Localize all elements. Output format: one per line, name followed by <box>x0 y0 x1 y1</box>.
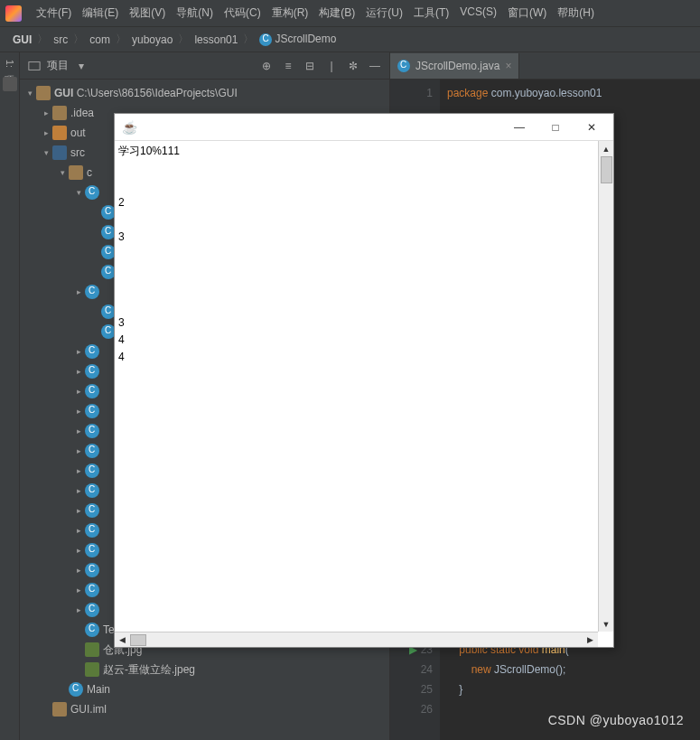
class-icon <box>85 543 99 557</box>
tree-row[interactable]: 赵云-重做立绘.jpeg <box>20 660 389 679</box>
class-icon <box>85 344 99 359</box>
hide-icon[interactable]: — <box>368 59 382 73</box>
class-icon <box>85 523 99 538</box>
settings-icon[interactable]: ✼ <box>346 59 360 73</box>
tree-label: GUI.iml <box>70 703 107 716</box>
tree-root[interactable]: GUI C:\Users\86156\IdeaProjects\GUI <box>20 83 389 103</box>
crumb[interactable]: yuboyao <box>128 32 176 48</box>
tree-label: src <box>70 146 85 159</box>
menu-item[interactable]: 导航(N) <box>171 2 219 24</box>
folder-icon <box>52 106 67 120</box>
collapse-icon[interactable]: ⊟ <box>303 59 317 73</box>
img-icon <box>85 662 99 677</box>
tree-row[interactable]: GUI.iml <box>20 699 389 719</box>
breadcrumb-bar: GUI 〉 src 〉 com 〉 yuboyao 〉 lesson01 〉 J… <box>0 27 700 52</box>
structure-tool-icon[interactable] <box>3 77 17 91</box>
crumb[interactable]: src <box>50 32 71 48</box>
tree-label: out <box>70 126 86 139</box>
scroll-left-icon[interactable]: ◀ <box>115 632 130 647</box>
scroll-thumb[interactable] <box>130 634 146 646</box>
scroll-right-icon[interactable]: ▶ <box>583 632 598 647</box>
crumb[interactable]: lesson01 <box>191 32 241 48</box>
menu-bar: 文件(F)编辑(E)视图(V)导航(N)代码(C)重构(R)构建(B)运行(U)… <box>0 0 700 27</box>
menu-item[interactable]: VCS(S) <box>454 2 502 24</box>
divider-icon: | <box>324 59 339 73</box>
close-icon[interactable]: × <box>505 60 511 72</box>
class-icon <box>85 424 99 438</box>
scroll-thumb[interactable] <box>601 156 612 183</box>
menu-item[interactable]: 窗口(W) <box>502 2 552 24</box>
tree-label: Main <box>87 683 110 696</box>
menu-item[interactable]: 文件(F) <box>31 2 77 24</box>
close-button[interactable]: ✕ <box>574 115 610 140</box>
class-icon <box>85 583 99 597</box>
class-icon <box>69 682 83 697</box>
scroll-down-icon[interactable]: ▼ <box>599 616 613 632</box>
svg-rect-0 <box>29 61 40 70</box>
tree-label: c <box>87 166 92 179</box>
window-titlebar[interactable]: — □ ✕ <box>115 114 613 141</box>
folder-orange-icon <box>52 126 67 140</box>
minimize-button[interactable]: — <box>501 115 537 140</box>
textarea[interactable]: 学习10%111 2 3 344 <box>115 141 598 632</box>
crumb-file[interactable]: JScrollDemo <box>256 31 340 48</box>
menu-item[interactable]: 重构(R) <box>266 2 314 24</box>
menu-item[interactable]: 运行(U) <box>360 2 408 24</box>
tree-label: 赵云-重做立绘.jpeg <box>103 662 195 678</box>
tree-label: .idea <box>70 107 94 119</box>
folder-icon <box>52 702 67 717</box>
class-icon <box>85 464 99 478</box>
crumb-root[interactable]: GUI <box>9 32 35 48</box>
menu-item[interactable]: 构建(B) <box>313 2 360 24</box>
java-window: — □ ✕ 学习10%111 2 3 344 ▲ ▼ ◀ ▶ <box>114 113 614 648</box>
menu-item[interactable]: 工具(T) <box>408 2 454 24</box>
img-icon <box>85 642 99 657</box>
class-icon <box>85 563 99 577</box>
menu-item[interactable]: 帮助(H) <box>552 2 600 24</box>
class-icon <box>85 444 99 458</box>
vertical-scrollbar[interactable]: ▲ ▼ <box>598 141 613 632</box>
class-icon <box>259 33 272 46</box>
class-icon <box>85 503 99 518</box>
crumb[interactable]: com <box>86 32 114 48</box>
horizontal-scrollbar[interactable]: ◀ ▶ <box>115 632 598 647</box>
scroll-up-icon[interactable]: ▲ <box>599 141 613 156</box>
class-icon <box>85 384 99 398</box>
tab-jscrolldemo[interactable]: JScrollDemo.java × <box>390 53 519 79</box>
class-icon <box>85 623 99 637</box>
class-icon <box>85 285 99 299</box>
class-icon <box>85 185 99 200</box>
editor-tabs: JScrollDemo.java × <box>390 52 700 80</box>
maximize-button[interactable]: □ <box>537 115 574 140</box>
menu-item[interactable]: 代码(C) <box>219 2 266 24</box>
dropdown-icon[interactable]: ▾ <box>74 59 89 73</box>
class-icon <box>85 483 99 498</box>
java-icon <box>122 120 136 135</box>
class-icon <box>397 60 410 72</box>
folder-blue-icon <box>52 145 67 160</box>
tool-strip: 1:项 <box>0 52 20 740</box>
menu-item[interactable]: 视图(V) <box>124 2 171 24</box>
project-tool-icon[interactable]: 1:项 <box>1 58 18 70</box>
sidebar-title: 项目 <box>47 58 69 73</box>
folder-icon <box>69 165 83 180</box>
class-icon <box>85 404 99 418</box>
project-view-icon[interactable] <box>27 59 42 73</box>
folder-icon <box>36 86 51 100</box>
class-icon <box>85 364 99 379</box>
app-icon <box>5 5 22 22</box>
class-icon <box>85 603 99 617</box>
expand-icon[interactable]: ≡ <box>281 59 295 73</box>
tree-row[interactable]: Main <box>20 679 389 699</box>
tab-label: JScrollDemo.java <box>415 60 499 72</box>
menu-item[interactable]: 编辑(E) <box>77 2 124 24</box>
locate-icon[interactable]: ⊕ <box>259 59 274 73</box>
